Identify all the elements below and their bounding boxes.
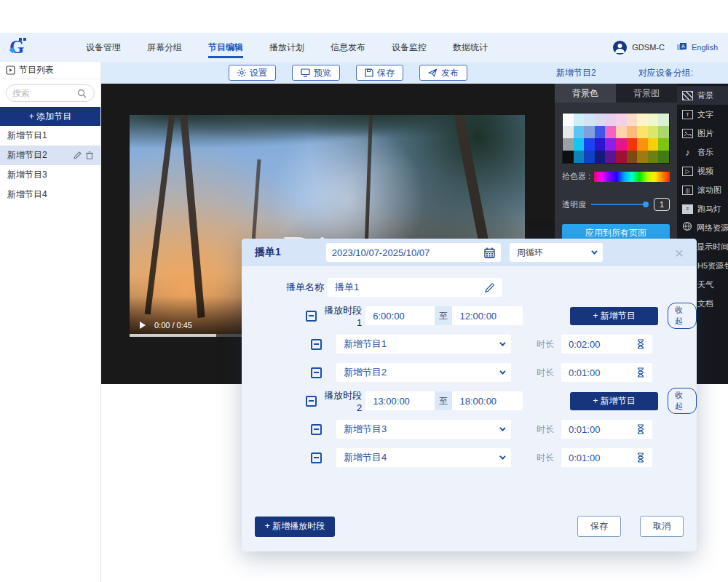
user-avatar-icon[interactable]: [613, 41, 627, 55]
program-list-item[interactable]: 新增节目3: [0, 165, 100, 185]
remove-section-icon[interactable]: [306, 396, 317, 407]
translate-icon[interactable]: A: [677, 43, 687, 52]
color-swatch[interactable]: [627, 113, 638, 126]
color-swatch[interactable]: [637, 151, 648, 163]
save-button[interactable]: 保存: [356, 65, 403, 81]
nav-tab-screen-group[interactable]: 屏幕分组: [146, 34, 183, 61]
close-icon[interactable]: ×: [675, 245, 684, 260]
element-item-text[interactable]: T 文字: [677, 105, 728, 124]
color-swatch[interactable]: [595, 151, 606, 163]
nav-tab-device-monitor[interactable]: 设备监控: [390, 34, 428, 61]
color-swatch[interactable]: [595, 126, 606, 138]
add-time-section-button[interactable]: + 新增播放时段: [255, 517, 335, 537]
color-swatch[interactable]: [563, 138, 574, 151]
color-swatch[interactable]: [584, 151, 595, 163]
search-input[interactable]: [12, 88, 74, 98]
hourglass-icon[interactable]: [636, 424, 645, 434]
collapse-section-button[interactable]: 收起: [668, 388, 697, 414]
element-item-video[interactable]: ▷ 视频: [677, 162, 728, 180]
color-swatch[interactable]: [563, 151, 574, 163]
color-swatch[interactable]: [616, 126, 627, 138]
nav-tab-play-plan[interactable]: 播放计划: [268, 34, 306, 61]
delete-trash-icon[interactable]: [86, 151, 93, 159]
color-swatch[interactable]: [658, 113, 669, 126]
edit-pencil-icon[interactable]: [74, 151, 82, 159]
color-swatch[interactable]: [574, 126, 585, 138]
remove-program-icon[interactable]: [311, 424, 322, 435]
color-swatch[interactable]: [648, 151, 659, 163]
nav-tab-info-publish[interactable]: 信息发布: [329, 34, 367, 61]
element-item-image[interactable]: 图片: [677, 124, 728, 143]
color-swatch[interactable]: [605, 138, 616, 151]
color-swatch[interactable]: [605, 113, 616, 126]
calendar-icon[interactable]: [484, 247, 495, 258]
hourglass-icon[interactable]: [636, 339, 645, 349]
color-swatch[interactable]: [627, 151, 638, 163]
program-select[interactable]: 新增节目2: [336, 363, 511, 382]
preview-button[interactable]: 预览: [292, 65, 340, 81]
nav-tab-data-stats[interactable]: 数据统计: [451, 34, 489, 61]
duration-input[interactable]: [569, 339, 620, 350]
pencil-icon[interactable]: [484, 282, 495, 293]
add-program-to-section-button[interactable]: + 新增节目: [570, 307, 658, 325]
element-item-background[interactable]: 背景: [677, 86, 728, 105]
program-select[interactable]: 新增节目1: [336, 335, 511, 354]
color-swatch[interactable]: [637, 113, 648, 126]
program-list-item-selected[interactable]: 新增节目2: [0, 146, 100, 165]
color-swatch[interactable]: [595, 138, 606, 151]
color-swatch[interactable]: [574, 113, 585, 126]
color-swatch[interactable]: [637, 138, 648, 151]
search-icon[interactable]: [77, 89, 87, 98]
hourglass-icon[interactable]: [636, 367, 645, 378]
opacity-slider[interactable]: [591, 201, 649, 208]
hourglass-icon[interactable]: [636, 453, 645, 463]
loop-mode-select[interactable]: 周循环: [510, 243, 603, 262]
color-swatch[interactable]: [616, 151, 627, 163]
end-time-input[interactable]: [459, 396, 515, 407]
element-item-scroll-image[interactable]: ||| 滚动图: [677, 180, 728, 199]
color-swatch[interactable]: [627, 138, 638, 151]
modal-save-button[interactable]: 保存: [577, 516, 621, 537]
add-program-to-section-button[interactable]: + 新增节目: [570, 392, 658, 410]
color-swatch[interactable]: [563, 113, 574, 126]
publish-button[interactable]: 发布: [419, 65, 467, 81]
end-time-input[interactable]: [459, 311, 515, 322]
duration-input[interactable]: [569, 367, 620, 378]
color-swatch[interactable]: [605, 151, 616, 163]
add-program-button[interactable]: + 添加节目: [0, 107, 100, 126]
color-swatch[interactable]: [574, 151, 585, 163]
remove-program-icon[interactable]: [311, 453, 322, 463]
program-list-item[interactable]: 新增节目4: [0, 185, 100, 204]
collapse-section-button[interactable]: 收起: [668, 303, 697, 329]
color-swatch[interactable]: [648, 138, 659, 151]
date-range-input[interactable]: [332, 247, 484, 258]
program-select[interactable]: 新增节目3: [336, 420, 511, 439]
start-time-input[interactable]: [373, 311, 427, 322]
color-swatch[interactable]: [637, 126, 648, 138]
play-icon[interactable]: [140, 322, 146, 329]
color-swatch[interactable]: [595, 113, 606, 126]
settings-button[interactable]: 设置: [229, 65, 276, 81]
playlist-name-input[interactable]: [335, 282, 484, 293]
color-swatch[interactable]: [616, 113, 627, 126]
color-swatch[interactable]: [658, 138, 669, 151]
duration-input[interactable]: [569, 424, 620, 435]
color-swatch[interactable]: [627, 126, 638, 138]
color-swatch[interactable]: [605, 126, 616, 138]
color-swatch[interactable]: [574, 138, 585, 151]
element-item-music[interactable]: ♪ 音乐: [677, 143, 728, 162]
duration-input[interactable]: [569, 453, 620, 463]
color-swatch[interactable]: [648, 113, 659, 126]
color-swatch[interactable]: [584, 126, 595, 138]
element-item-web-resource[interactable]: 网络资源: [677, 218, 728, 237]
remove-program-icon[interactable]: [311, 367, 322, 378]
color-swatch[interactable]: [563, 126, 574, 138]
program-select[interactable]: 新增节目4: [336, 448, 511, 467]
color-swatch[interactable]: [648, 126, 659, 138]
nav-tab-device-management[interactable]: 设备管理: [84, 34, 122, 61]
remove-program-icon[interactable]: [311, 339, 322, 350]
device-group-label[interactable]: 对应设备分组:: [638, 67, 693, 79]
color-swatch[interactable]: [584, 113, 595, 126]
color-swatch[interactable]: [658, 126, 669, 138]
color-spectrum-bar[interactable]: [594, 172, 670, 182]
